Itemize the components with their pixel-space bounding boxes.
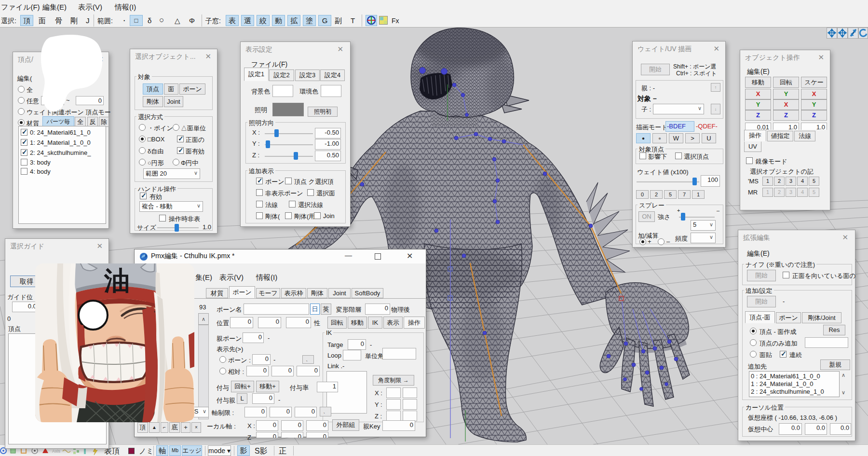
svg-text:Axis: Axis <box>52 449 61 454</box>
svg-text:油: 油 <box>104 266 130 295</box>
